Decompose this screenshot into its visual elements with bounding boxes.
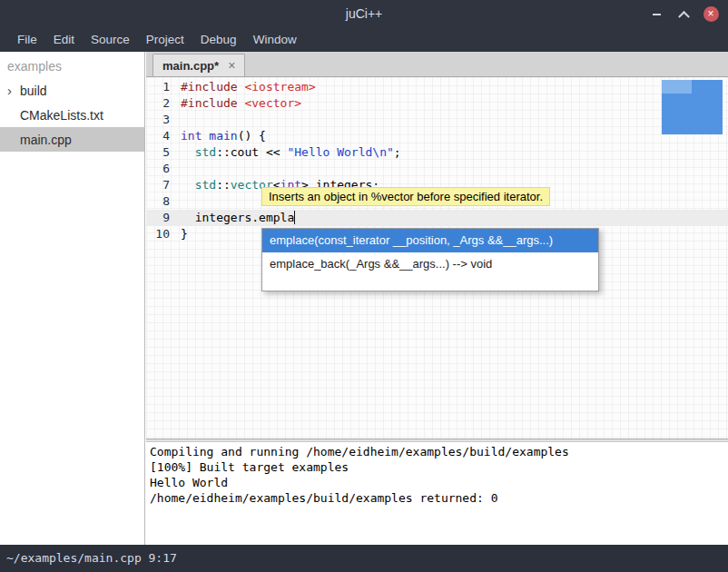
terminal-line-3: /home/eidheim/examples/build/examples re… [150,490,724,506]
window-title: juCi++ [346,6,382,21]
code-segment [181,178,195,192]
code-segment: :: [216,145,231,159]
tree-item-cmakelists-txt[interactable]: CMakeLists.txt [0,103,144,127]
code-segment: "Hello World\n" [287,145,393,159]
code-segment: main [209,129,237,143]
code-segment: cout [231,145,259,159]
code-text: integers.empla [181,210,295,226]
code-segment: <vector> [244,96,301,110]
code-line-4[interactable]: 4int main() { [146,128,728,144]
tab-main-cpp[interactable]: main.cpp* × [152,54,245,76]
menu-item-project[interactable]: Project [138,29,192,50]
tab-label: main.cpp* [162,59,219,73]
code-segment: int [181,129,202,143]
code-segment: #include [181,80,238,94]
code-line-9[interactable]: 9 integers.empla [146,210,728,226]
project-name: examples [0,52,144,78]
line-number: 5 [146,144,170,161]
code-segment: () { [238,129,266,143]
line-number: 9 [146,210,170,226]
tab-bar: main.cpp* × [146,52,728,77]
autocomplete-item-1[interactable]: emplace_back(_Args &&__args...) --> void [262,252,598,276]
editor-pane: main.cpp* × 1#include <iostream>2#includ… [146,52,728,545]
juci-window: juCi++ × FileEditSourceProjectDebugWindo… [0,0,728,572]
code-segment: std [195,178,216,192]
scrollbar-overview-highlight [662,80,692,94]
window-controls: × [644,0,723,27]
status-location: ~/examples/main.cpp 9:17 [6,551,177,565]
code-segment: ; [394,145,401,159]
tree-item-label: main.cpp [20,133,72,147]
status-bar: ~/examples/main.cpp 9:17 [0,545,728,572]
code-segment: std [195,145,216,159]
code-segment: << [259,145,287,159]
line-number: 1 [146,79,170,95]
expander-icon[interactable]: › [7,83,20,98]
code-text: #include <vector> [181,95,301,112]
line-number: 3 [146,112,170,128]
close-icon: × [703,6,719,22]
menu-item-debug[interactable]: Debug [192,29,245,50]
menu-bar: FileEditSourceProjectDebugWindow [0,27,728,52]
code-text: #include <iostream> [181,79,316,95]
line-number: 6 [146,161,170,177]
terminal-line-2: Hello World [150,475,724,490]
menu-item-edit[interactable]: Edit [45,29,83,50]
close-button[interactable]: × [699,1,723,26]
tree-item-build[interactable]: ›build [0,78,144,103]
minimize-icon [653,13,661,15]
code-lines: 1#include <iostream>2#include <vector>34… [146,77,728,242]
code-segment: #include [181,96,238,110]
code-segment: <iostream> [244,80,315,94]
menu-item-source[interactable]: Source [83,29,138,50]
code-line-1[interactable]: 1#include <iostream> [146,79,728,95]
maximize-icon [678,10,690,22]
code-line-5[interactable]: 5 std::cout << "Hello World\n"; [146,144,728,161]
doc-tooltip: Inserts an object in %vector before spec… [261,187,550,206]
menu-item-window[interactable]: Window [245,29,305,50]
line-number: 7 [146,177,170,193]
sidebar: examples ›buildCMakeLists.txtmain.cpp [0,52,145,545]
code-line-6[interactable]: 6 [146,161,728,177]
line-number: 10 [146,226,170,242]
file-tree: ›buildCMakeLists.txtmain.cpp [0,78,144,152]
code-segment [181,145,195,159]
minimize-button[interactable] [644,1,668,26]
tree-item-label: build [20,84,47,98]
autocomplete-item-0[interactable]: emplace(const_iterator __position, _Args… [262,229,598,252]
code-text: } [181,226,188,242]
terminal-line-0: Compiling and running /home/eidheim/exam… [150,444,724,459]
maximize-button[interactable] [672,1,695,26]
scrollbar-overview[interactable] [662,80,723,134]
line-number: 4 [146,128,170,144]
menu-item-file[interactable]: File [9,29,45,50]
code-line-2[interactable]: 2#include <vector> [146,95,728,112]
terminal-output: Compiling and running /home/eidheim/exam… [146,442,728,545]
line-number: 8 [146,193,170,210]
line-number: 2 [146,95,170,112]
code-editor[interactable]: 1#include <iostream>2#include <vector>34… [146,77,728,439]
code-line-3[interactable]: 3 [146,112,728,128]
terminal-line-1: [100%] Built target examples [150,459,724,475]
tab-close-icon[interactable]: × [228,58,235,73]
autocomplete-popup: emplace(const_iterator __position, _Args… [261,228,599,291]
tree-item-label: CMakeLists.txt [20,108,103,123]
code-segment: integers.empla [181,211,294,224]
text-cursor [294,211,295,224]
code-text: std::cout << "Hello World\n"; [181,144,401,161]
titlebar[interactable]: juCi++ × [0,0,728,27]
tree-item-main-cpp[interactable]: main.cpp [0,127,144,152]
code-text: int main() { [181,128,266,144]
code-segment: :: [216,178,231,192]
code-segment: } [181,227,188,241]
